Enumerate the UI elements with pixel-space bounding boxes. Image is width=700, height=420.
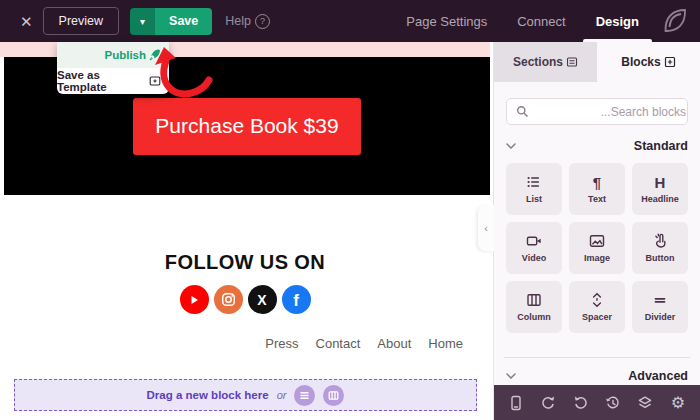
tab-sections[interactable]: Sections [494, 42, 597, 82]
drag-new-block-dropzone[interactable]: Drag a new block here or [14, 379, 477, 411]
tile-label: Divider [645, 312, 676, 322]
column-icon [526, 292, 542, 308]
facebook-glyph: f [293, 291, 299, 311]
device-preview-button[interactable] [505, 392, 527, 414]
template-icon [149, 75, 161, 87]
save-split-button: ▾ Save [130, 8, 212, 35]
tab-page-settings[interactable]: Page Settings [391, 0, 502, 42]
standard-blocks-grid: List ¶ Text H Headline Video [506, 163, 688, 333]
preview-button[interactable]: Preview [43, 7, 119, 35]
chevron-down-icon [506, 143, 516, 149]
undo-icon [573, 395, 589, 411]
footer-link-contact[interactable]: Contact [316, 336, 361, 351]
device-icon [508, 395, 524, 411]
blocks-tab-label: Blocks [621, 55, 660, 69]
group-header-standard[interactable]: Standard [506, 139, 688, 153]
divider-icon [652, 292, 668, 308]
topbar-nav: Page Settings Connect Design [391, 0, 654, 42]
block-tile-image[interactable]: Image [569, 222, 625, 274]
x-twitter-icon[interactable]: X [248, 285, 277, 314]
block-tile-spacer[interactable]: Spacer [569, 281, 625, 333]
search-icon [516, 105, 529, 118]
footer-link-press[interactable]: Press [265, 336, 298, 351]
sidebar-bottom-toolbar: ⚙ [494, 385, 700, 420]
tile-label: Image [584, 253, 610, 263]
block-tile-video[interactable]: Video [506, 222, 562, 274]
question-circle-icon: ? [255, 14, 270, 29]
block-tile-list[interactable]: List [506, 163, 562, 215]
sidebar-tabs: Sections Blocks [494, 42, 700, 82]
block-tile-button[interactable]: Button [632, 222, 688, 274]
group-header-advanced[interactable]: Advanced [506, 369, 688, 383]
drag-block-or: or [277, 389, 287, 401]
editor-canvas: Purchase Book $39 FOLLOW US ON X f Press… [0, 42, 490, 420]
image-icon [589, 233, 605, 249]
tile-label: Video [522, 253, 546, 263]
save-button[interactable]: Save [155, 8, 212, 35]
topbar: ✕ Preview ▾ Save Help ? Page Settings Co… [0, 0, 700, 42]
advanced-group-label: Advanced [628, 369, 688, 383]
block-tile-text[interactable]: ¶ Text [569, 163, 625, 215]
save-dropdown-menu: Publish Save as Template [57, 42, 169, 94]
settings-button[interactable]: ⚙ [667, 392, 689, 414]
spacer-icon [589, 292, 605, 308]
help-button[interactable]: Help ? [225, 14, 270, 29]
publish-label: Publish [104, 49, 146, 61]
follow-us-heading: FOLLOW US ON [0, 251, 490, 274]
standard-group-label: Standard [634, 139, 688, 153]
optimizepress-leaf-logo-icon [660, 6, 690, 36]
instagram-icon[interactable] [214, 285, 243, 314]
history-button[interactable] [602, 392, 624, 414]
save-as-template-label: Save as Template [57, 69, 146, 93]
pilcrow-icon: ¶ [593, 175, 601, 190]
tab-blocks[interactable]: Blocks [597, 42, 700, 82]
design-sidebar: ‹ Sections Blocks [493, 42, 700, 420]
sections-tab-label: Sections [513, 55, 563, 69]
redo-icon [540, 395, 556, 411]
sidebar-divider [504, 357, 690, 358]
block-search [506, 98, 688, 125]
video-icon [526, 233, 542, 249]
tile-label: Text [588, 194, 606, 204]
rows-icon [299, 390, 310, 401]
blocks-icon [664, 56, 676, 68]
facebook-icon[interactable]: f [282, 285, 311, 314]
footer-links: Press Contact About Home [0, 336, 490, 351]
history-icon [605, 395, 621, 411]
purchase-book-button[interactable]: Purchase Book $39 [133, 98, 361, 155]
chevron-down-icon [506, 373, 516, 379]
layers-icon [637, 395, 653, 411]
social-icons-row: X f [0, 285, 490, 314]
search-blocks-input[interactable] [529, 104, 688, 120]
youtube-icon[interactable] [180, 285, 209, 314]
gear-icon: ⚙ [671, 395, 685, 411]
add-rows-button[interactable] [294, 385, 315, 406]
tile-label: Spacer [582, 312, 612, 322]
block-tile-column[interactable]: Column [506, 281, 562, 333]
x-glyph: X [257, 292, 266, 308]
footer-link-about[interactable]: About [377, 336, 411, 351]
close-icon[interactable]: ✕ [20, 14, 33, 29]
tile-label: Headline [641, 194, 679, 204]
layers-button[interactable] [634, 392, 656, 414]
footer-link-home[interactable]: Home [428, 336, 463, 351]
sections-icon [566, 56, 578, 68]
menu-item-save-as-template[interactable]: Save as Template [57, 68, 169, 94]
tab-connect[interactable]: Connect [502, 0, 580, 42]
save-dropdown-caret[interactable]: ▾ [130, 8, 155, 35]
tile-label: List [526, 194, 542, 204]
block-tile-divider[interactable]: Divider [632, 281, 688, 333]
block-tile-headline[interactable]: H Headline [632, 163, 688, 215]
columns-icon [328, 390, 339, 401]
tile-label: Button [646, 253, 675, 263]
help-label: Help [225, 14, 251, 28]
pointer-hand-icon [652, 233, 668, 249]
redo-button[interactable] [537, 392, 559, 414]
rocket-icon [149, 49, 161, 61]
add-columns-button[interactable] [323, 385, 344, 406]
tab-design[interactable]: Design [581, 0, 654, 42]
undo-button[interactable] [570, 392, 592, 414]
sidebar-collapse-handle[interactable]: ‹ [478, 205, 494, 251]
headline-icon: H [655, 175, 666, 190]
menu-item-publish[interactable]: Publish [57, 42, 169, 68]
